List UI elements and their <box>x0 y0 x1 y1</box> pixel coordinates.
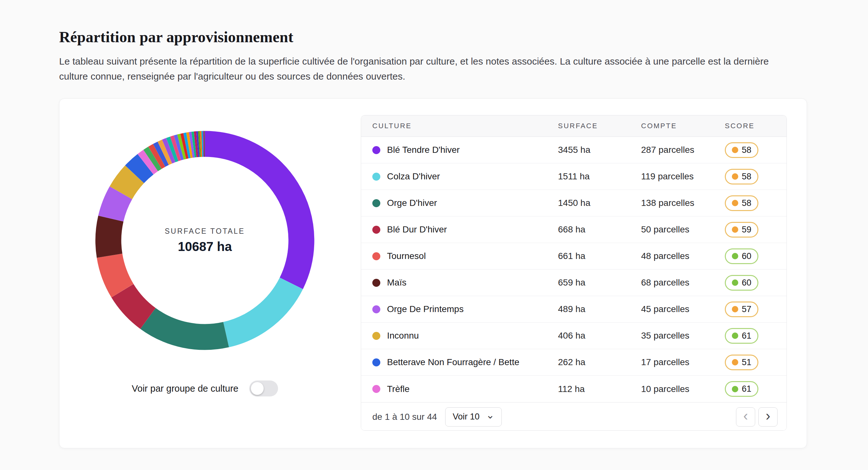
culture-cell: Betterave Non Fourragère / Bette <box>361 357 558 368</box>
donut-segment[interactable] <box>148 319 226 337</box>
compte-cell: 68 parcelles <box>641 277 725 288</box>
chevron-left-icon: ‹ <box>743 409 748 423</box>
culture-cell: Blé Dur D'hiver <box>361 225 558 235</box>
culture-color-dot <box>372 305 380 313</box>
score-value: 58 <box>742 145 751 155</box>
donut-segment[interactable] <box>155 155 159 158</box>
culture-label: Trèfle <box>387 384 410 394</box>
culture-label: Tournesol <box>387 251 426 261</box>
column-header-score: SCORE <box>725 122 786 130</box>
culture-color-dot <box>372 385 380 393</box>
column-header-compte: COMPTE <box>641 122 725 130</box>
table-header: CULTURE SURFACE COMPTE SCORE <box>361 115 786 137</box>
donut-chart[interactable] <box>93 128 317 352</box>
page-title: Répartition par approvisionnement <box>59 28 293 46</box>
next-page-button[interactable]: › <box>758 407 778 427</box>
score-dot <box>732 359 738 365</box>
score-value: 61 <box>742 384 751 394</box>
compte-cell: 48 parcelles <box>641 251 725 261</box>
donut-segment[interactable] <box>122 291 148 319</box>
page-size-select[interactable]: Voir 10 ⌄ <box>445 407 502 427</box>
culture-cell: Tournesol <box>361 251 558 261</box>
donut-segment[interactable] <box>110 256 122 291</box>
culture-color-dot <box>372 173 380 181</box>
donut-segment[interactable] <box>151 158 155 160</box>
table-footer: de 1 à 10 sur 44 Voir 10 ⌄ ‹ › <box>361 402 786 431</box>
donut-segment[interactable] <box>121 174 134 193</box>
table-row: Maïs 659 ha 68 parcelles 60 <box>361 269 786 296</box>
donut-segment[interactable] <box>177 147 180 148</box>
culture-cell: Inconnu <box>361 331 558 341</box>
donut-segment[interactable] <box>167 150 171 151</box>
score-badge: 61 <box>725 381 758 397</box>
score-badge: 58 <box>725 195 758 211</box>
donut-segment[interactable] <box>163 151 167 153</box>
table-row: Orge D'hiver 1450 ha 138 parcelles 58 <box>361 190 786 216</box>
table-row: Trèfle 112 ha 10 parcelles 61 <box>361 376 786 402</box>
score-badge: 58 <box>725 142 758 158</box>
score-cell: 57 <box>725 301 786 317</box>
page: Répartition par approvisionnement Le tab… <box>0 0 868 470</box>
score-value: 59 <box>742 225 751 235</box>
surface-cell: 112 ha <box>558 384 641 394</box>
donut-segment[interactable] <box>189 145 191 145</box>
donut-segment[interactable] <box>181 146 183 147</box>
repartition-card: SURFACE TOTALE 10687 ha Voir par groupe … <box>59 98 807 448</box>
score-badge: 60 <box>725 248 758 264</box>
previous-page-button[interactable]: ‹ <box>736 407 755 427</box>
culture-color-dot <box>372 252 380 260</box>
donut-segment[interactable] <box>146 160 151 164</box>
score-dot <box>732 306 738 312</box>
toggle-label: Voir par groupe de culture <box>132 383 239 394</box>
pagination-range: de 1 à 10 sur 44 <box>372 412 437 422</box>
donut-segment[interactable] <box>193 145 195 145</box>
surface-cell: 489 ha <box>558 304 641 314</box>
donut-segment[interactable] <box>195 144 197 145</box>
table-row: Orge De Printemps 489 ha 45 parcelles 57 <box>361 296 786 323</box>
score-dot <box>732 280 738 286</box>
compte-cell: 119 parcelles <box>641 171 725 182</box>
culture-cell: Orge De Printemps <box>361 304 558 314</box>
donut-segment[interactable] <box>191 145 193 145</box>
score-value: 60 <box>742 251 751 261</box>
table-row: Betterave Non Fourragère / Bette 262 ha … <box>361 349 786 376</box>
table-row: Blé Tendre D'hiver 3455 ha 287 parcelles… <box>361 137 786 164</box>
score-badge: 60 <box>725 275 758 291</box>
donut-segment[interactable] <box>205 144 301 283</box>
surface-cell: 659 ha <box>558 277 641 288</box>
table-row: Blé Dur D'hiver 668 ha 50 parcelles 59 <box>361 216 786 243</box>
chevron-down-icon: ⌄ <box>486 412 494 418</box>
culture-color-dot <box>372 279 380 287</box>
donut-segment[interactable] <box>174 148 177 149</box>
score-dot <box>732 253 738 259</box>
score-badge: 61 <box>725 328 758 344</box>
score-dot <box>732 332 738 339</box>
score-cell: 61 <box>725 328 786 344</box>
score-value: 61 <box>742 331 751 341</box>
surface-cell: 1450 ha <box>558 198 641 208</box>
table-row: Inconnu 406 ha 35 parcelles 61 <box>361 323 786 349</box>
culture-label: Orge De Printemps <box>387 304 464 314</box>
cultures-table: CULTURE SURFACE COMPTE SCORE Blé Tendre … <box>361 115 787 431</box>
column-header-surface: SURFACE <box>558 122 641 130</box>
pagination-controls: ‹ › <box>736 407 778 427</box>
culture-cell: Trèfle <box>361 384 558 394</box>
culture-color-dot <box>372 332 380 340</box>
table-row: Colza D'hiver 1511 ha 119 parcelles 58 <box>361 164 786 190</box>
surface-cell: 406 ha <box>558 331 641 341</box>
score-value: 58 <box>742 172 751 182</box>
score-badge: 58 <box>725 169 758 184</box>
donut-segment[interactable] <box>226 283 291 334</box>
page-description: Le tableau suivant présente la répartiti… <box>59 54 797 84</box>
donut-segment[interactable] <box>108 219 111 256</box>
donut-segment[interactable] <box>111 193 121 219</box>
compte-cell: 45 parcelles <box>641 304 725 314</box>
donut-segment[interactable] <box>170 149 174 150</box>
surface-cell: 668 ha <box>558 225 641 235</box>
group-culture-toggle[interactable] <box>249 380 278 396</box>
culture-label: Colza D'hiver <box>387 171 440 182</box>
score-cell: 51 <box>725 355 786 370</box>
donut-segment[interactable] <box>183 146 186 146</box>
donut-segment[interactable] <box>134 164 146 174</box>
donut-segment[interactable] <box>159 153 163 155</box>
